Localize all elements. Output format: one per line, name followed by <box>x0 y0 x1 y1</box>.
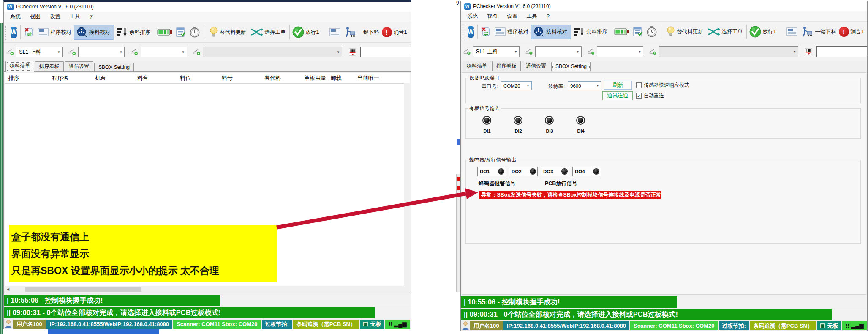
menu-help[interactable]: ? <box>542 14 554 19</box>
menu-system[interactable]: 系统 <box>5 13 25 20</box>
station-combo-2[interactable]: ▼ <box>78 47 125 57</box>
pcb-release-label: PCB放行信号 <box>545 180 577 187</box>
horizontal-scrollbar[interactable]: ◀ <box>5 286 410 293</box>
scrollbar-thumb[interactable] <box>25 287 141 292</box>
status-signal: ‼▂▄▆ <box>385 320 410 329</box>
message-row-2: || 09:00:31 - 0个站位全部核对完成，请选择进入接料或PCB过板模式… <box>461 309 867 320</box>
col-current-unique[interactable]: 当前唯一 <box>354 74 409 82</box>
toolbar-program-switch[interactable] <box>24 27 34 37</box>
feeder-add-icon[interactable] <box>131 47 138 57</box>
scan-input[interactable] <box>360 47 411 57</box>
col-program[interactable]: 程序名 <box>49 74 92 82</box>
station-combo-1[interactable]: SL1-上料▼ <box>16 47 63 57</box>
status-ip: IP:192.168.0.41:8555/WebIP:192.168.0.41:… <box>46 320 172 329</box>
tab-sbox-setting[interactable]: SBOX Setting <box>94 63 134 71</box>
toolbar-feed-check[interactable]: 接料核对 <box>74 25 114 40</box>
feeder-add-icon[interactable] <box>193 47 200 57</box>
toolbar-checklist[interactable] <box>176 27 186 38</box>
menu-tools[interactable]: 工具 <box>522 13 542 20</box>
toolbar-alt-update[interactable]: 替代料更新 <box>667 26 703 37</box>
toolbar-program-switch[interactable] <box>481 27 491 37</box>
toolbar-checklist[interactable] <box>633 27 643 37</box>
col-sort[interactable]: 排序 <box>5 74 49 82</box>
toolbar-release[interactable]: 放行1 <box>749 26 776 38</box>
feeder-add-icon[interactable] <box>463 46 471 57</box>
toolbar-battery[interactable] <box>614 27 629 36</box>
scroll-left-icon[interactable]: ◀ <box>7 287 9 291</box>
toolbar-alt-update[interactable]: 替代料更新 <box>210 27 246 38</box>
menu-view[interactable]: 视图 <box>482 13 502 20</box>
do4-toggle[interactable]: DO4 <box>572 167 601 176</box>
col-slot[interactable]: 料位 <box>177 74 218 82</box>
refresh-button[interactable]: 刷新 <box>604 81 632 90</box>
toolbar-grip[interactable] <box>463 24 465 39</box>
tab-sort-board[interactable]: 排序看板 <box>35 61 64 71</box>
fast-response-checkbox[interactable]: 传感器快速响应模式 <box>636 82 689 89</box>
bulb-icon <box>667 26 675 37</box>
col-partno[interactable]: 料号 <box>218 74 261 82</box>
baud-rate-select[interactable]: 9600▼ <box>568 81 601 90</box>
barcode-scanner-icon[interactable] <box>349 46 356 58</box>
toolbar-select-order[interactable]: 选择工单 <box>707 27 743 37</box>
toolbar-one-key-unload[interactable]: 一键下料 <box>344 27 379 38</box>
station-combo-3[interactable]: ▼ <box>141 47 187 57</box>
col-alt[interactable]: 替代料 <box>261 74 301 82</box>
menu-settings[interactable]: 设置 <box>45 13 65 20</box>
user-icon <box>5 320 12 329</box>
toolbar-surplus-sort[interactable]: 余料排序 <box>574 27 607 37</box>
feeder-add-icon[interactable] <box>588 46 595 57</box>
menu-help[interactable]: ? <box>85 14 97 20</box>
col-table[interactable]: 料台 <box>134 74 177 82</box>
toolbar-stopwatch[interactable] <box>647 26 657 37</box>
do1-toggle[interactable]: DO1 <box>477 167 506 176</box>
tab-comm-settings[interactable]: 通信设置 <box>522 61 550 71</box>
toolbar-mute[interactable]: ! 消音1 <box>382 27 407 37</box>
auto-reconnect-checkbox[interactable]: ✓ 自动重连 <box>636 92 664 99</box>
menu-tools[interactable]: 工具 <box>65 13 85 20</box>
station-combo-3[interactable]: ▼ <box>597 46 643 57</box>
chevron-down-icon: ▼ <box>514 50 517 54</box>
feeder-add-icon[interactable] <box>649 46 656 57</box>
col-unload[interactable]: 卸载 <box>327 74 354 82</box>
toolbar-feed-check[interactable]: 接料核对 <box>531 25 571 39</box>
do3-toggle[interactable]: DO3 <box>541 167 569 176</box>
station-combo-4[interactable]: ▼ <box>659 46 798 57</box>
col-machine[interactable]: 机台 <box>92 74 134 82</box>
menu-settings[interactable]: 设置 <box>502 13 522 20</box>
menu-view[interactable]: 视图 <box>25 13 45 20</box>
feeder-add-icon[interactable] <box>6 47 14 57</box>
tab-material-list[interactable]: 物料清单 <box>463 61 491 71</box>
newspaper-icon <box>495 27 506 36</box>
tab-material-list[interactable]: 物料清单 <box>5 61 34 72</box>
station-combo-2[interactable]: ▼ <box>535 46 582 57</box>
toolbar-battery[interactable] <box>157 28 172 36</box>
toolbar-grip[interactable] <box>5 25 8 40</box>
menu-bar: 系统 视图 设置 工具 ? <box>461 11 867 21</box>
feeder-add-icon[interactable] <box>68 47 76 57</box>
toolbar-stopwatch[interactable] <box>190 27 200 38</box>
toolbar-program-check[interactable]: 程序核对 <box>38 27 71 37</box>
tab-sbox-setting[interactable]: SBOX Setting <box>551 62 591 71</box>
barcode-scanner-icon[interactable] <box>805 45 812 58</box>
toolbar-one-key-unload[interactable]: 一键下料 <box>801 26 836 37</box>
toolbar-program-check[interactable]: 程序核对 <box>495 27 528 36</box>
toolbar-mute[interactable]: ! 消音1 <box>839 27 864 37</box>
toolbar-report[interactable] <box>329 27 340 37</box>
comm-connect-button[interactable]: 通讯连通 <box>602 91 633 100</box>
feeder-add-icon[interactable] <box>525 46 533 57</box>
station-combo-4[interactable]: ▼ <box>203 47 342 57</box>
toolbar-release[interactable]: 放行1 <box>292 26 319 38</box>
scan-input[interactable] <box>816 46 867 57</box>
tab-sort-board[interactable]: 排序看板 <box>492 61 521 71</box>
toolbar-select-order[interactable]: 选择工单 <box>250 27 286 37</box>
col-usage[interactable]: 单板用量 <box>301 74 327 82</box>
di4-indicator <box>578 118 583 123</box>
toolbar-report[interactable] <box>786 27 797 36</box>
tab-comm-settings[interactable]: 通信设置 <box>65 61 93 71</box>
do2-toggle[interactable]: DO2 <box>509 167 538 176</box>
com-port-select[interactable]: COM20▼ <box>501 81 532 90</box>
toolbar-surplus-sort[interactable]: 余料排序 <box>117 27 150 37</box>
document-icon <box>329 27 340 37</box>
menu-system[interactable]: 系统 <box>463 13 482 20</box>
station-combo-1[interactable]: SL1-上料▼ <box>473 46 520 57</box>
